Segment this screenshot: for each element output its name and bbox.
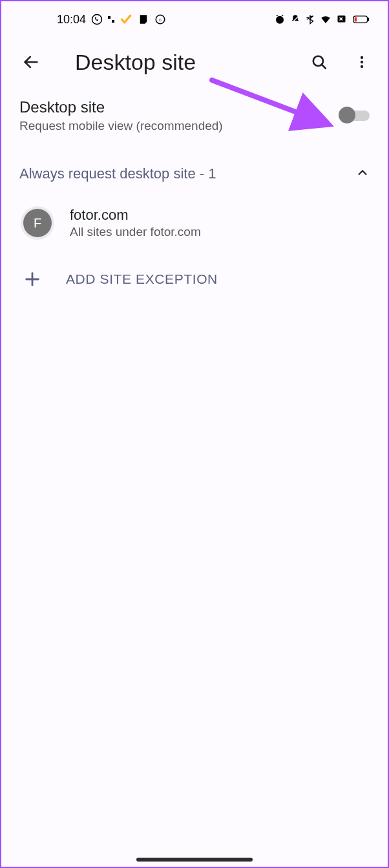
add-site-label: ADD SITE EXCEPTION — [66, 271, 218, 287]
svg-line-14 — [322, 65, 326, 69]
square-dot-icon — [108, 16, 114, 23]
page-title: Desktop site — [75, 50, 291, 75]
search-button[interactable] — [305, 48, 333, 76]
add-site-exception-button[interactable]: ADD SITE EXCEPTION — [1, 252, 388, 301]
check-icon — [120, 13, 132, 26]
section-title: Always request desktop site - 1 — [19, 165, 355, 182]
wifi-icon — [319, 14, 332, 25]
note-icon — [138, 14, 149, 25]
svg-rect-2 — [112, 20, 114, 23]
whatsapp-icon — [91, 14, 103, 25]
setting-title: Desktop site — [19, 98, 340, 116]
site-name: fotor.com — [70, 207, 370, 224]
svg-point-15 — [361, 56, 363, 59]
desktop-site-setting[interactable]: Desktop site Request mobile view (recomm… — [1, 85, 388, 145]
svg-rect-1 — [108, 16, 110, 19]
svg-point-16 — [361, 61, 363, 63]
navigation-handle[interactable] — [136, 858, 253, 862]
setting-subtitle: Request mobile view (recommended) — [19, 119, 340, 133]
signal-x-icon — [336, 14, 349, 25]
svg-point-7 — [307, 19, 308, 20]
plus-icon — [23, 270, 41, 288]
back-button[interactable] — [17, 48, 45, 76]
svg-rect-11 — [355, 17, 357, 22]
app-bar: Desktop site — [1, 35, 388, 85]
alarm-icon — [274, 14, 286, 25]
chevron-up-icon — [355, 165, 370, 182]
svg-rect-10 — [368, 17, 369, 21]
battery-low-icon — [353, 15, 370, 24]
more-button[interactable] — [348, 48, 376, 76]
site-item[interactable]: F fotor.com All sites under fotor.com — [1, 191, 388, 252]
status-time: 10:04 — [57, 13, 86, 26]
site-avatar: F — [23, 209, 52, 237]
bluetooth-icon — [305, 14, 315, 25]
svg-point-5 — [276, 16, 284, 24]
svg-point-0 — [92, 15, 102, 25]
svg-text:c: c — [159, 17, 162, 23]
svg-point-17 — [361, 65, 363, 68]
status-bar: 10:04 c — [1, 1, 388, 35]
always-request-section[interactable]: Always request desktop site - 1 — [1, 145, 388, 191]
circle-icon: c — [154, 14, 166, 25]
site-subtitle: All sites under fotor.com — [70, 225, 370, 239]
desktop-site-toggle[interactable] — [340, 109, 370, 122]
notifications-off-icon — [289, 14, 301, 25]
